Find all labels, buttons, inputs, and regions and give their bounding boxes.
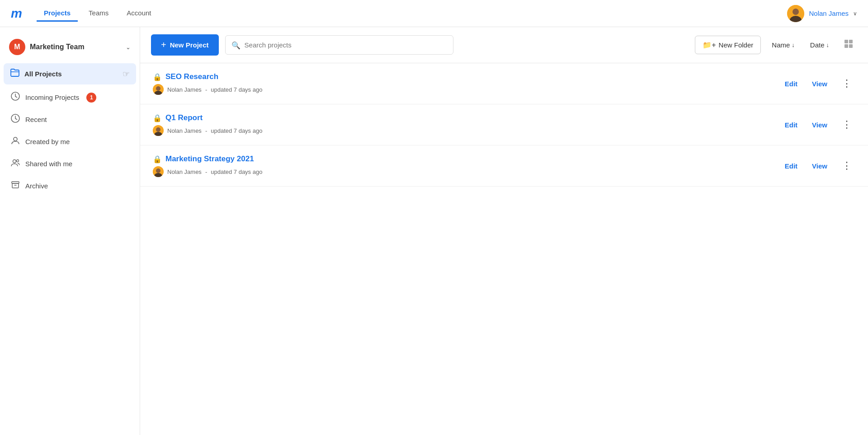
svg-point-7: [17, 160, 19, 162]
app-body: M Marketing Team ⌄ All Projects ☞ Incomi: [0, 27, 868, 435]
avatar: [787, 5, 804, 22]
project-dash: -: [205, 168, 207, 175]
project-info: 🔒 Q1 Report Nolan James -: [153, 113, 781, 136]
lock-icon: 🔒: [153, 155, 162, 164]
team-icon: M: [9, 39, 25, 55]
grid-view-button[interactable]: [840, 35, 857, 55]
new-project-button[interactable]: + New Project: [151, 34, 219, 56]
avatar: [153, 125, 164, 136]
created-label: Created by me: [25, 138, 70, 145]
clock-icon: [11, 114, 20, 125]
app-logo[interactable]: m: [11, 6, 22, 21]
nav-links: Projects Teams Account: [37, 5, 159, 22]
main-content: + New Project 🔍 📁+ New Folder Name ↓ Dat…: [140, 27, 868, 435]
search-icon: 🔍: [231, 41, 241, 49]
avatar: [153, 166, 164, 177]
svg-rect-10: [844, 40, 848, 43]
main-toolbar: + New Project 🔍 📁+ New Folder Name ↓ Dat…: [140, 27, 868, 63]
table-row: 🔒 SEO Research Nolan James -: [140, 63, 868, 104]
edit-button[interactable]: Edit: [781, 119, 801, 131]
team-name: Marketing Team: [30, 43, 121, 51]
sort-name-button[interactable]: Name ↓: [767, 37, 799, 52]
nav-teams[interactable]: Teams: [81, 5, 116, 22]
project-meta: Nolan James - updated 7 days ago: [153, 125, 781, 136]
more-button[interactable]: ⋮: [838, 77, 855, 90]
archive-icon: [11, 180, 20, 192]
sort-date-button[interactable]: Date ↓: [806, 37, 834, 52]
cursor-icon: ☞: [123, 69, 130, 79]
archive-label: Archive: [25, 182, 48, 190]
all-projects-section[interactable]: All Projects ☞: [4, 63, 136, 84]
team-chevron-icon: ⌄: [126, 44, 131, 51]
project-list: 🔒 SEO Research Nolan James -: [140, 63, 868, 435]
project-owner: Nolan James: [167, 86, 202, 93]
search-input[interactable]: [225, 35, 454, 55]
person-icon: [11, 136, 20, 147]
team-selector[interactable]: M Marketing Team ⌄: [0, 34, 140, 63]
nav-account[interactable]: Account: [119, 5, 158, 22]
sort-name-label: Name: [772, 41, 790, 49]
svg-point-6: [13, 160, 16, 163]
svg-point-5: [14, 137, 17, 141]
edit-button[interactable]: Edit: [781, 160, 801, 172]
edit-button[interactable]: Edit: [781, 78, 801, 89]
svg-point-15: [156, 86, 160, 91]
plus-icon: +: [161, 40, 166, 50]
sort-name-arrow-icon: ↓: [792, 42, 795, 48]
table-row: 🔒 Q1 Report Nolan James -: [140, 104, 868, 145]
project-title[interactable]: Marketing Strategy 2021: [165, 154, 254, 164]
shared-label: Shared with me: [25, 160, 72, 168]
project-dash: -: [205, 86, 207, 93]
user-menu[interactable]: Nolan James ∨: [787, 5, 857, 22]
username: Nolan James: [809, 9, 849, 17]
sort-date-arrow-icon: ↓: [826, 42, 830, 48]
sidebar-item-created[interactable]: Created by me: [0, 131, 140, 153]
new-folder-icon: 📁+: [703, 41, 716, 49]
new-project-label: New Project: [170, 41, 209, 49]
avatar: [153, 84, 164, 95]
project-title-row: 🔒 SEO Research: [153, 72, 781, 81]
project-info: 🔒 Marketing Strategy 2021 Nolan James: [153, 154, 781, 177]
sidebar-item-recent[interactable]: Recent: [0, 108, 140, 131]
incoming-label: Incoming Projects: [25, 94, 79, 101]
more-button[interactable]: ⋮: [838, 118, 855, 131]
project-title[interactable]: Q1 Report: [165, 113, 203, 122]
project-title[interactable]: SEO Research: [165, 72, 218, 81]
view-button[interactable]: View: [808, 78, 831, 89]
project-actions: Edit View ⋮: [781, 118, 855, 131]
grid-icon: [844, 39, 854, 49]
view-button[interactable]: View: [808, 160, 831, 172]
project-info: 🔒 SEO Research Nolan James -: [153, 72, 781, 95]
project-owner: Nolan James: [167, 168, 202, 175]
project-updated: updated 7 days ago: [211, 127, 262, 134]
svg-point-18: [156, 127, 160, 132]
folder-open-icon: [10, 68, 20, 80]
new-folder-button[interactable]: 📁+ New Folder: [695, 36, 761, 54]
project-title-row: 🔒 Marketing Strategy 2021: [153, 154, 781, 164]
svg-point-21: [156, 168, 160, 173]
nav-projects[interactable]: Projects: [37, 5, 78, 22]
sidebar-item-archive[interactable]: Archive: [0, 175, 140, 197]
project-owner: Nolan James: [167, 127, 202, 134]
project-title-row: 🔒 Q1 Report: [153, 113, 781, 122]
project-meta: Nolan James - updated 7 days ago: [153, 84, 781, 95]
svg-point-1: [793, 9, 799, 15]
svg-rect-13: [849, 44, 853, 48]
people-icon: [11, 158, 20, 169]
view-button[interactable]: View: [808, 119, 831, 131]
lock-icon: 🔒: [153, 73, 162, 81]
sidebar-item-shared[interactable]: Shared with me: [0, 153, 140, 175]
project-meta: Nolan James - updated 7 days ago: [153, 166, 781, 177]
project-updated: updated 7 days ago: [211, 86, 262, 93]
all-projects-label: All Projects: [24, 70, 62, 78]
top-navigation: m Projects Teams Account Nolan James ∨: [0, 0, 868, 27]
more-button[interactable]: ⋮: [838, 159, 855, 173]
svg-rect-12: [844, 44, 848, 48]
new-folder-label: New Folder: [719, 41, 754, 49]
sidebar: M Marketing Team ⌄ All Projects ☞ Incomi: [0, 27, 140, 435]
sidebar-item-incoming[interactable]: Incoming Projects 1: [0, 86, 140, 108]
sort-date-label: Date: [810, 41, 825, 49]
incoming-badge: 1: [86, 93, 96, 103]
incoming-icon: [11, 92, 20, 103]
user-chevron-icon: ∨: [853, 10, 857, 17]
